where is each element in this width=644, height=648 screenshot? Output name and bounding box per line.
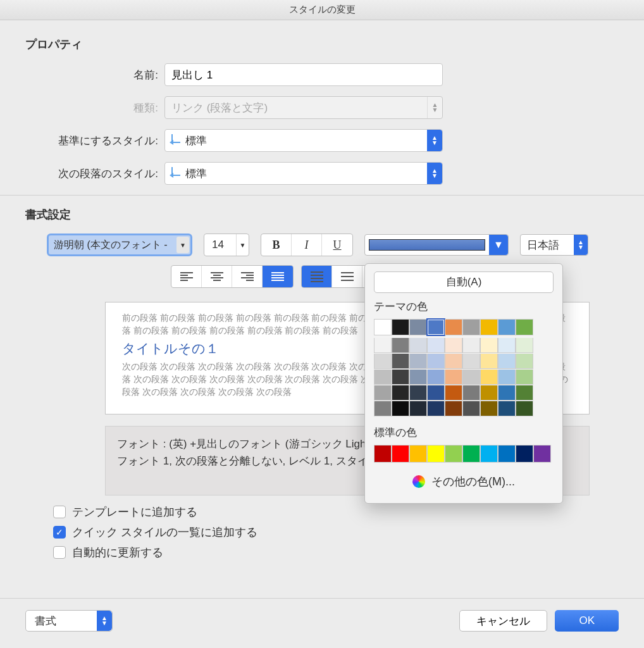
bold-button[interactable]: B	[261, 234, 292, 256]
theme-color-swatch[interactable]	[392, 319, 409, 335]
standard-color-swatch[interactable]	[445, 445, 462, 463]
theme-shade-swatch[interactable]	[516, 354, 533, 369]
theme-shade-swatch[interactable]	[462, 338, 480, 353]
theme-shade-swatch[interactable]	[374, 338, 392, 353]
style-name-input[interactable]	[164, 63, 443, 86]
theme-shade-swatch[interactable]	[409, 385, 427, 401]
theme-color-swatch[interactable]	[409, 319, 427, 335]
align-center-button[interactable]	[202, 266, 232, 287]
underline-button[interactable]: U	[322, 234, 352, 256]
theme-shade-swatch[interactable]	[445, 401, 462, 416]
standard-color-swatch[interactable]	[427, 445, 445, 463]
updown-icon: ▲▼	[427, 97, 442, 118]
theme-color-swatch[interactable]	[480, 319, 498, 335]
add-to-template-checkbox[interactable]	[53, 506, 66, 518]
theme-colors-label: テーマの色	[374, 299, 554, 314]
theme-shade-swatch[interactable]	[374, 370, 392, 385]
theme-shade-swatch[interactable]	[480, 338, 498, 353]
standard-color-swatch[interactable]	[480, 445, 498, 463]
paragraph-mark-icon	[171, 134, 180, 143]
theme-shade-swatch[interactable]	[498, 385, 516, 401]
align-justify-button[interactable]	[263, 266, 293, 287]
color-swatch	[369, 239, 485, 251]
color-picker-popup: 自動(A) テーマの色 標準の色 その他の色(M)...	[364, 263, 563, 504]
align-right-button[interactable]	[232, 266, 263, 287]
next-style-combo[interactable]: 標準 ▲▼	[164, 162, 443, 185]
theme-shade-swatch[interactable]	[480, 354, 498, 369]
theme-shade-swatch[interactable]	[516, 401, 533, 416]
align-left-button[interactable]	[171, 266, 202, 287]
theme-shade-swatch[interactable]	[498, 370, 516, 385]
standard-color-swatch[interactable]	[462, 445, 480, 463]
add-to-quickstyle-checkbox[interactable]: ✓	[53, 526, 66, 539]
theme-shade-swatch[interactable]	[427, 385, 445, 401]
theme-shade-swatch[interactable]	[392, 338, 409, 353]
italic-button[interactable]: I	[292, 234, 322, 256]
theme-shade-swatch[interactable]	[409, 401, 427, 416]
theme-shade-swatch[interactable]	[516, 385, 533, 401]
theme-shade-swatch[interactable]	[427, 370, 445, 385]
theme-color-swatch[interactable]	[427, 319, 445, 335]
standard-color-swatch[interactable]	[374, 445, 392, 463]
theme-shade-swatch[interactable]	[374, 401, 392, 416]
theme-shade-swatch[interactable]	[498, 401, 516, 416]
color-wheel-icon	[412, 475, 425, 488]
line-spacing-medium-button[interactable]	[332, 266, 362, 287]
standard-color-swatch[interactable]	[533, 445, 551, 463]
line-spacing-tight-button[interactable]	[302, 266, 332, 287]
format-menu-button[interactable]: 書式 ▲▼	[25, 610, 113, 632]
name-label: 名前:	[34, 68, 164, 82]
theme-shade-swatch[interactable]	[462, 354, 480, 369]
theme-color-swatch[interactable]	[516, 319, 533, 335]
theme-shade-swatch[interactable]	[409, 338, 427, 353]
font-size-combo[interactable]: 14 ▼	[204, 234, 249, 256]
theme-shade-swatch[interactable]	[374, 385, 392, 401]
cancel-button[interactable]: キャンセル	[459, 610, 547, 632]
standard-color-swatch[interactable]	[409, 445, 427, 463]
theme-shade-swatch[interactable]	[445, 370, 462, 385]
theme-shade-swatch[interactable]	[392, 370, 409, 385]
theme-color-swatch[interactable]	[462, 319, 480, 335]
theme-shade-swatch[interactable]	[480, 385, 498, 401]
auto-update-checkbox[interactable]	[53, 546, 66, 559]
theme-shade-swatch[interactable]	[392, 401, 409, 416]
standard-color-swatch[interactable]	[392, 445, 409, 463]
theme-shade-swatch[interactable]	[427, 354, 445, 369]
theme-shade-swatch[interactable]	[445, 338, 462, 353]
theme-shade-swatch[interactable]	[392, 385, 409, 401]
theme-shade-swatch[interactable]	[462, 370, 480, 385]
font-family-combo[interactable]: 游明朝 (本文のフォント - ▼	[47, 234, 192, 256]
standard-color-swatch[interactable]	[516, 445, 533, 463]
standard-color-swatch[interactable]	[498, 445, 516, 463]
theme-color-swatch[interactable]	[445, 319, 462, 335]
theme-shade-swatch[interactable]	[462, 385, 480, 401]
paragraph-mark-icon	[171, 167, 180, 176]
properties-heading: プロパティ	[25, 37, 619, 52]
theme-shade-swatch[interactable]	[409, 370, 427, 385]
theme-shade-swatch[interactable]	[480, 370, 498, 385]
theme-shade-swatch[interactable]	[392, 354, 409, 369]
standard-colors-label: 標準の色	[374, 425, 554, 440]
language-combo[interactable]: 日本語 ▲▼	[520, 234, 588, 256]
theme-shade-swatch[interactable]	[427, 401, 445, 416]
more-colors-button[interactable]: その他の色(M)...	[374, 470, 554, 493]
automatic-color-button[interactable]: 自動(A)	[374, 271, 554, 293]
theme-shade-swatch[interactable]	[516, 370, 533, 385]
theme-shade-swatch[interactable]	[409, 354, 427, 369]
theme-shade-swatch[interactable]	[445, 385, 462, 401]
ok-button[interactable]: OK	[555, 610, 619, 632]
window-titlebar: スタイルの変更	[0, 0, 644, 20]
theme-shade-swatch[interactable]	[445, 354, 462, 369]
theme-shade-swatch[interactable]	[427, 338, 445, 353]
theme-shade-swatch[interactable]	[374, 354, 392, 369]
theme-color-swatch[interactable]	[498, 319, 516, 335]
font-color-combo[interactable]: ▼	[364, 234, 509, 256]
base-style-label: 基準にするスタイル:	[34, 134, 164, 148]
theme-color-swatch[interactable]	[374, 319, 392, 335]
theme-shade-swatch[interactable]	[462, 401, 480, 416]
base-style-combo[interactable]: 標準 ▲▼	[164, 129, 443, 152]
theme-shade-swatch[interactable]	[498, 354, 516, 369]
theme-shade-swatch[interactable]	[480, 401, 498, 416]
theme-shade-swatch[interactable]	[516, 338, 533, 353]
theme-shade-swatch[interactable]	[498, 338, 516, 353]
